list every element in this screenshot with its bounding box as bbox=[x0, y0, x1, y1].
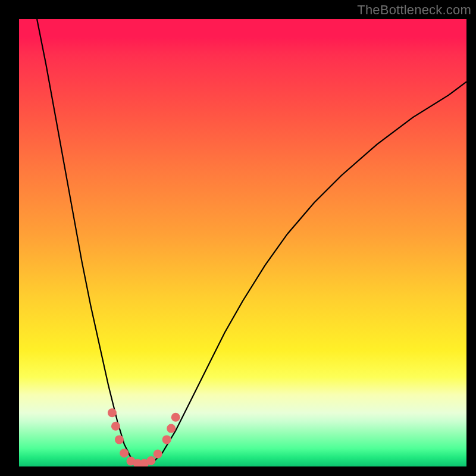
chart-frame: TheBottleneck.com bbox=[0, 0, 476, 476]
curve-marker bbox=[120, 449, 129, 458]
curve-marker bbox=[171, 413, 180, 422]
curve-marker bbox=[108, 408, 117, 417]
curve-marker bbox=[162, 435, 171, 444]
plot-area bbox=[19, 19, 466, 466]
curve-marker bbox=[167, 424, 176, 433]
curve-marker bbox=[146, 456, 155, 465]
curve-marker bbox=[115, 435, 124, 444]
bottleneck-curve bbox=[37, 19, 466, 464]
curve-marker bbox=[111, 422, 120, 431]
curve-marker bbox=[154, 449, 162, 458]
curve-markers bbox=[108, 408, 180, 466]
attribution-label: TheBottleneck.com bbox=[357, 2, 471, 18]
chart-overlay bbox=[19, 19, 466, 466]
